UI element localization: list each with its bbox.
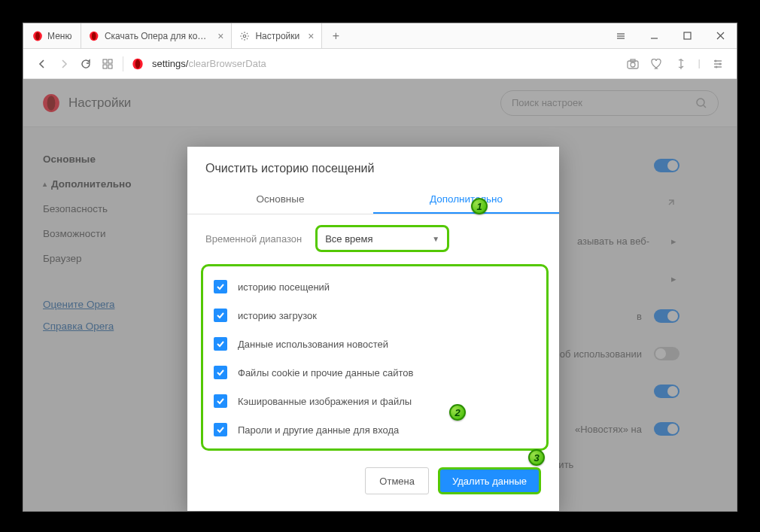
svg-rect-9 xyxy=(108,65,112,68)
tab-download-opera[interactable]: Скачать Опера для компь × xyxy=(81,23,232,48)
checkbox-checked[interactable] xyxy=(214,423,227,436)
time-range-select[interactable]: Все время ▼ xyxy=(315,225,449,252)
tab-label: Скачать Опера для компь xyxy=(105,31,209,41)
tab-settings[interactable]: Настройки × xyxy=(232,23,322,48)
callout-badge-1: 1 xyxy=(471,198,488,214)
menu-label: Меню xyxy=(47,31,71,41)
svg-rect-8 xyxy=(103,65,107,68)
chevron-down-icon: ▼ xyxy=(432,235,439,243)
dialog-title: Очистить историю посещений xyxy=(187,147,559,186)
maximize-button[interactable] xyxy=(670,23,704,48)
check-downloads[interactable]: историю загрузок xyxy=(212,301,537,330)
svg-point-4 xyxy=(244,35,247,38)
gear-icon xyxy=(239,31,250,41)
url-field[interactable]: settings/clearBrowserData xyxy=(152,58,618,69)
window-controls xyxy=(604,23,737,48)
reload-button[interactable] xyxy=(79,57,93,71)
content-area: Настройки Поиск настроек Основные ▴Допол… xyxy=(23,79,737,511)
new-tab-button[interactable]: + xyxy=(322,23,349,48)
check-news-usage[interactable]: Данные использования новостей xyxy=(212,330,537,358)
opera-icon xyxy=(89,31,99,41)
close-button[interactable] xyxy=(704,23,737,48)
dialog-tabs: Основные Дополнительно xyxy=(187,186,559,214)
check-history[interactable]: историю посещений xyxy=(212,272,537,301)
opera-icon xyxy=(132,58,144,70)
checkbox-checked[interactable] xyxy=(214,309,227,322)
check-cookies[interactable]: Файлы cookie и прочие данные сайтов xyxy=(212,358,537,387)
check-passwords[interactable]: Пароли и другие данные для входа xyxy=(212,415,537,436)
savings-icon[interactable] xyxy=(674,57,688,71)
easy-setup-icon[interactable] xyxy=(711,57,725,71)
heart-icon[interactable] xyxy=(650,57,664,71)
tab-label: Настройки xyxy=(255,31,299,41)
svg-point-16 xyxy=(719,62,722,65)
minimize-button[interactable] xyxy=(637,23,670,48)
opera-icon xyxy=(32,31,43,41)
time-range-value: Все время xyxy=(325,233,372,245)
svg-rect-5 xyxy=(684,32,691,39)
forward-button[interactable] xyxy=(57,57,71,71)
cancel-button[interactable]: Отмена xyxy=(365,467,429,494)
back-button[interactable] xyxy=(35,57,49,71)
checkbox-checked[interactable] xyxy=(214,366,227,379)
svg-point-11 xyxy=(135,59,141,68)
svg-point-17 xyxy=(716,65,718,68)
svg-point-13 xyxy=(631,62,635,67)
address-bar: settings/clearBrowserData | xyxy=(23,49,737,79)
checklist: историю посещений историю загрузок Данны… xyxy=(201,264,549,451)
snapshot-icon[interactable] xyxy=(626,57,640,71)
svg-rect-7 xyxy=(108,59,112,63)
svg-point-15 xyxy=(715,59,717,62)
close-icon[interactable]: × xyxy=(308,30,314,42)
checkbox-checked[interactable] xyxy=(214,337,227,351)
delete-data-button[interactable]: Удалить данные xyxy=(438,467,541,494)
svg-point-1 xyxy=(35,32,40,40)
title-bar: Меню Скачать Опера для компь × Настройки… xyxy=(23,23,737,49)
tab-basic[interactable]: Основные xyxy=(187,186,373,214)
easy-setup-icon[interactable] xyxy=(604,23,637,48)
svg-rect-6 xyxy=(103,59,107,63)
check-cache[interactable]: Кэшированные изображения и файлы xyxy=(212,387,537,415)
callout-badge-3: 3 xyxy=(528,449,545,466)
callout-badge-2: 2 xyxy=(449,404,466,421)
clear-data-dialog: Очистить историю посещений Основные Допо… xyxy=(187,147,559,511)
tab-advanced[interactable]: Дополнительно xyxy=(373,186,559,214)
time-range-label: Временной диапазон xyxy=(205,233,302,245)
speed-dial-button[interactable] xyxy=(101,57,114,71)
checkbox-checked[interactable] xyxy=(214,394,227,408)
menu-button[interactable]: Меню xyxy=(23,23,81,48)
svg-point-3 xyxy=(92,32,96,39)
close-icon[interactable]: × xyxy=(217,30,223,42)
browser-window: Меню Скачать Опера для компь × Настройки… xyxy=(23,23,737,512)
checkbox-checked[interactable] xyxy=(214,280,227,293)
